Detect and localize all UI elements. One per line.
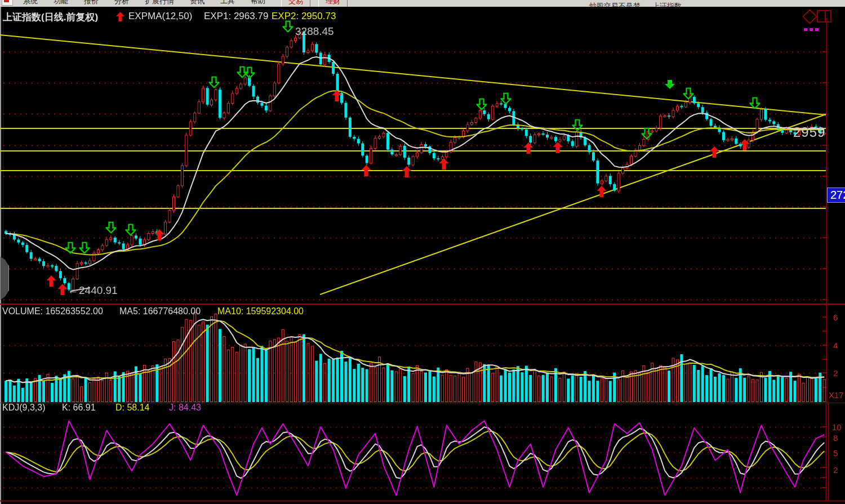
trading-app-window: 系统 功能 报价 分析 扩展行情 资讯 工具 帮助 交易 理财 炒股交易不是梦 … (0, 0, 845, 504)
buy-signal-arrow (553, 142, 563, 153)
kdj-axis-80: 8 (833, 433, 838, 443)
app-icon[interactable] (2, 0, 13, 6)
exp2-value: EXP2: 2950.73 (272, 11, 336, 22)
low-price-pointer: ← (68, 284, 78, 297)
menu-item-news[interactable]: 资讯 (182, 0, 212, 6)
buy-signal-arrow (155, 229, 164, 240)
buy-signal-arrow (439, 158, 449, 170)
sell-signal-arrow (65, 242, 76, 254)
indicator-name: EXPMA(12,50) (128, 11, 192, 22)
low-price-label: 2440.91 (79, 284, 118, 297)
menu-item-system[interactable]: 系统 (15, 0, 46, 6)
volume-ma10-label: MA10: 159592304.00 (217, 306, 304, 316)
kdj-name-label: KDJ(9,3,3) (2, 403, 45, 413)
menu-item-quote[interactable]: 报价 (76, 0, 106, 6)
menu-item-help[interactable]: 帮助 (243, 0, 273, 6)
kdj-k-label: K: 66.91 (62, 403, 96, 413)
vol-axis-4: 4 (833, 341, 838, 350)
buy-signal-arrow (740, 139, 750, 150)
axis-price-box: 272 (827, 188, 845, 203)
chart-area: 上证指数(日线.前复权) EXPMA(12,50) EXP1: 2963.79 … (0, 7, 845, 504)
menu-item-function[interactable]: 功能 (46, 0, 76, 6)
sell-signal-arrow (642, 128, 652, 140)
sell-signal-arrow (244, 67, 255, 79)
buy-signal-arrow (524, 142, 533, 154)
kdj-axis-20: 2 (833, 465, 838, 475)
symbol-title: 上证指数(日线.前复权) (3, 11, 98, 24)
sell-signal-arrow (683, 88, 694, 100)
sell-signal-arrow-solid (665, 80, 675, 89)
chart-canvas[interactable] (0, 7, 845, 504)
buy-signal-arrow (47, 275, 56, 287)
kdj-axis-100: 10 (832, 422, 842, 432)
vol-axis-multiplier: X17 (829, 390, 844, 400)
kdj-j-label: J: 84.43 (169, 403, 201, 413)
sell-signal-arrow (501, 93, 512, 105)
sell-signal-arrow (572, 119, 583, 131)
buy-signal-arrow (402, 166, 412, 177)
sell-signal-arrow (283, 21, 293, 33)
sell-signal-arrow (126, 224, 136, 236)
high-price-label: 3288.45 (295, 25, 334, 38)
sell-signal-arrow (477, 99, 487, 110)
buy-signal-arrow (597, 186, 607, 197)
buy-signal-arrow (362, 165, 371, 176)
sell-signal-arrow (79, 242, 90, 254)
buy-signal-arrow (58, 284, 68, 295)
sell-signal-arrow (750, 97, 760, 109)
menu-item-analysis[interactable]: 分析 (106, 0, 137, 6)
volume-value-label: VOLUME: 165263552.00 (2, 306, 103, 316)
kdj-d-label: D: 58.14 (115, 403, 149, 413)
vol-axis-2: 2 (833, 368, 838, 378)
buy-signal-arrow (710, 146, 719, 158)
kdj-axis-50: 5 (833, 448, 838, 458)
magenta-dash-marker (804, 23, 821, 33)
vol-axis-6: 6 (833, 313, 838, 322)
up-arrow-icon (116, 12, 124, 21)
buy-signal-arrow (332, 90, 342, 101)
split-window-icon[interactable] (817, 10, 831, 23)
left-panel-handle[interactable] (0, 256, 9, 300)
sell-signal-arrow (209, 77, 220, 88)
menu-item-tools[interactable]: 工具 (212, 0, 243, 6)
sell-signal-arrow (106, 222, 117, 234)
volume-ma5-label: MA5: 166776480.00 (119, 306, 201, 316)
menu-item-extended[interactable]: 扩展行情 (137, 0, 182, 6)
exp1-value: EXP1: 2963.79 (204, 11, 268, 22)
last-price-label: 2959 (793, 124, 825, 140)
